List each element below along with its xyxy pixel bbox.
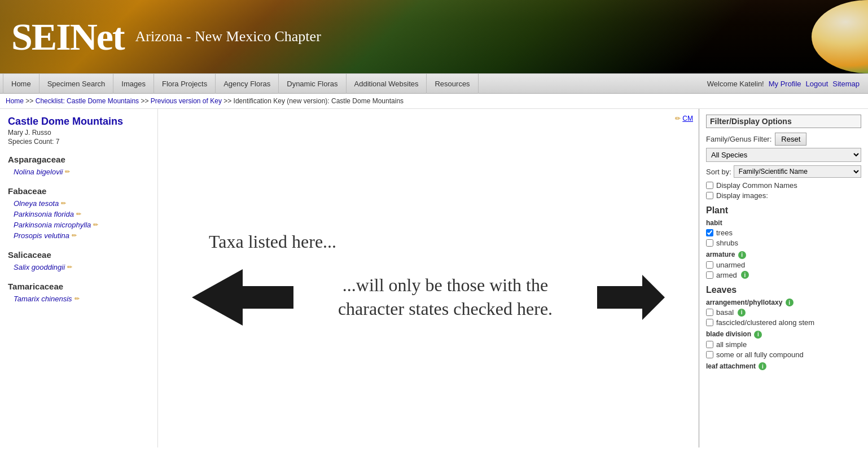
sort-row: Sort by: Family/Scientific Name Scientif… <box>706 165 861 178</box>
family-fabaceae: Fabaceae <box>8 186 150 196</box>
trees-checkbox[interactable] <box>706 229 713 236</box>
unarmed-checkbox[interactable] <box>706 261 713 269</box>
edit-icon-parkinsonia-florida[interactable]: ✏ <box>76 210 81 218</box>
header-banner: SEINet Arizona - New Mexico Chapter <box>0 0 868 73</box>
nav-flora-projects[interactable]: Flora Projects <box>154 73 216 94</box>
logout-link[interactable]: Logout <box>806 80 828 88</box>
family-genus-label: Family/Genus Filter: <box>706 135 771 143</box>
basal-checkbox[interactable] <box>706 309 713 316</box>
family-asparagaceae: Asparagaceae <box>8 155 150 164</box>
species-salix-gooddingii[interactable]: Salix gooddingii <box>14 263 65 271</box>
armed-info-icon[interactable]: i <box>741 271 749 279</box>
species-parkinsonia-microphylla[interactable]: Parkinsonia microphylla <box>14 221 91 229</box>
shrubs-checkbox[interactable] <box>706 239 713 247</box>
nav-agency-floras[interactable]: Agency Floras <box>216 73 279 94</box>
edit-icon-prosopis[interactable]: ✏ <box>72 232 77 239</box>
will-only-text: ...will only be those with the character… <box>332 274 558 321</box>
breadcrumb: Home >> Checklist: Castle Dome Mountains… <box>0 94 868 109</box>
species-count: Species Count: 7 <box>8 138 150 146</box>
reset-button[interactable]: Reset <box>775 133 806 146</box>
nav-specimen-search[interactable]: Specimen Search <box>40 73 114 94</box>
plant-heading: Plant <box>706 205 861 216</box>
nav-right: Welcome Katelin! My Profile Logout Sitem… <box>707 80 865 88</box>
sort-select[interactable]: Family/Scientific Name Scientific Name C… <box>734 165 861 178</box>
page-author: Mary J. Russo <box>8 129 150 137</box>
shrubs-row: shrubs <box>706 239 861 247</box>
display-images-checkbox[interactable] <box>706 192 713 199</box>
species-tamarix-chinensis[interactable]: Tamarix chinensis <box>14 295 72 303</box>
header-content: SEINet Arizona - New Mexico Chapter <box>0 0 868 73</box>
habit-label: habit <box>706 219 861 227</box>
fascicled-checkbox[interactable] <box>706 319 713 326</box>
fascicled-label: fascicled/clustered along stem <box>716 318 814 327</box>
svg-marker-1 <box>597 275 665 320</box>
all-simple-checkbox[interactable] <box>706 341 713 348</box>
nav-resources[interactable]: Resources <box>427 73 478 94</box>
blade-division-label: blade division i <box>706 330 861 339</box>
armed-label: armed <box>716 271 737 279</box>
unarmed-label: unarmed <box>716 261 745 269</box>
cm-edit-link[interactable]: CM <box>682 115 693 122</box>
arrangement-info-icon[interactable]: i <box>786 299 794 306</box>
arrow-row: ...will only be those with the character… <box>175 269 682 326</box>
breadcrumb-home[interactable]: Home <box>6 97 24 105</box>
species-parkinsonia-florida[interactable]: Parkinsonia florida <box>14 210 74 218</box>
breadcrumb-current: Identification Key (new version): Castle… <box>234 97 404 105</box>
site-subtitle: Arizona - New Mexico Chapter <box>135 28 321 45</box>
species-nolina-bigelovii[interactable]: Nolina bigelovii <box>14 168 63 176</box>
edit-icon-parkinsonia-micro[interactable]: ✏ <box>93 221 98 229</box>
edit-icon-salix[interactable]: ✏ <box>67 264 72 271</box>
species-item: Nolina bigelovii ✏ <box>8 166 150 177</box>
species-filter-select[interactable]: All Species Asparagaceae Fabaceae Salica… <box>706 148 861 162</box>
breadcrumb-sep1: >> <box>25 97 35 105</box>
basal-info-icon[interactable]: i <box>738 309 746 317</box>
nav-dynamic-floras[interactable]: Dynamic Floras <box>279 73 346 94</box>
left-arrow-icon <box>192 269 293 326</box>
filter-section-title: Filter/Display Options <box>706 115 861 128</box>
sitemap-link[interactable]: Sitemap <box>832 80 860 88</box>
edit-icon-olneya[interactable]: ✏ <box>61 200 66 207</box>
some-or-all-row: some or all fully compound <box>706 350 861 359</box>
left-panel: Castle Dome Mountains Mary J. Russo Spec… <box>0 109 158 447</box>
family-tamaricaceae: Tamaricaceae <box>8 282 150 291</box>
edit-icon-tamarix[interactable]: ✏ <box>74 295 80 302</box>
welcome-text: Welcome Katelin! <box>707 80 764 88</box>
unarmed-row: unarmed <box>706 261 861 269</box>
nav-items: Home Specimen Search Images Flora Projec… <box>3 73 707 94</box>
armature-info-icon[interactable]: i <box>738 251 746 259</box>
fascicled-row: fascicled/clustered along stem <box>706 318 861 327</box>
shrubs-label: shrubs <box>716 239 738 247</box>
some-or-all-label: some or all fully compound <box>716 350 804 359</box>
species-item: Prosopis velutina ✏ <box>8 230 150 241</box>
all-simple-label: all simple <box>716 340 747 349</box>
nav-home[interactable]: Home <box>3 73 40 94</box>
basal-label: basal <box>716 308 734 317</box>
nav-bar: Home Specimen Search Images Flora Projec… <box>0 73 868 94</box>
blade-division-info-icon[interactable]: i <box>754 331 762 339</box>
leaf-attachment-info-icon[interactable]: i <box>759 362 766 370</box>
species-prosopis-velutina[interactable]: Prosopis velutina <box>14 231 69 240</box>
breadcrumb-sep3: >> <box>223 97 233 105</box>
armed-checkbox[interactable] <box>706 271 713 279</box>
all-simple-row: all simple <box>706 340 861 349</box>
breadcrumb-checklist[interactable]: Checklist: Castle Dome Mountains <box>36 97 139 105</box>
breadcrumb-sep2: >> <box>141 97 150 105</box>
display-common-names-checkbox[interactable] <box>706 182 713 189</box>
taxa-listed-text: Taxa listed here... <box>209 231 336 252</box>
species-item: Salix gooddingii ✏ <box>8 262 150 273</box>
filter-title-text: Filter/Display Options <box>710 117 792 126</box>
nav-additional-websites[interactable]: Additional Websites <box>347 73 427 94</box>
page-title[interactable]: Castle Dome Mountains <box>8 116 123 127</box>
species-olneya-tesota[interactable]: Olneya tesota <box>14 199 59 208</box>
some-or-all-checkbox[interactable] <box>706 351 713 358</box>
arrangement-label: arrangement/phyllotaxy i <box>706 299 861 307</box>
sort-label: Sort by: <box>706 168 731 176</box>
trees-row: trees <box>706 229 861 237</box>
explanation-overlay: Taxa listed here... ...will only be thos… <box>175 120 682 436</box>
leaves-heading: Leaves <box>706 285 861 295</box>
breadcrumb-prev-key[interactable]: Previous version of Key <box>151 97 222 105</box>
family-salicaceae: Salicaceae <box>8 250 150 260</box>
my-profile-link[interactable]: My Profile <box>769 80 801 88</box>
edit-icon-nolina[interactable]: ✏ <box>65 168 70 175</box>
nav-images[interactable]: Images <box>113 73 154 94</box>
